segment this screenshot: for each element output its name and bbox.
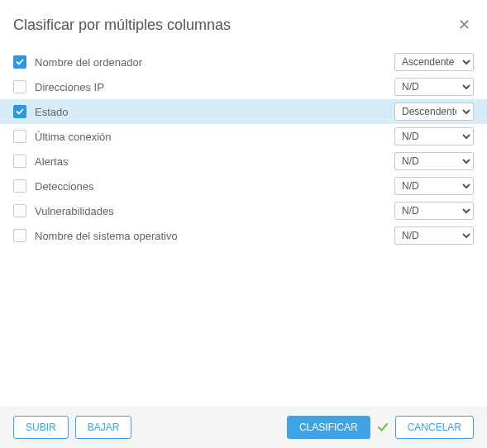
column-label: Nombre del sistema operativo [35,230,394,242]
column-checkbox[interactable] [13,55,26,69]
column-row[interactable]: VulnerabilidadesN/DAscendenteDescendente [0,198,487,223]
column-label: Última conexión [35,131,394,143]
sort-select[interactable]: N/DAscendenteDescendente [394,78,474,96]
checkmark-icon [377,422,389,433]
column-list: Nombre del ordenadorN/DAscendenteDescend… [0,46,487,251]
column-checkbox[interactable] [13,155,26,168]
dialog-footer: SUBIR BAJAR CLASIFICAR CANCELAR [0,407,487,448]
column-row[interactable]: Nombre del ordenadorN/DAscendenteDescend… [0,50,487,74]
column-label: Detecciones [35,180,394,193]
column-row[interactable]: Nombre del sistema operativoN/DAscendent… [0,223,487,248]
sort-select[interactable]: N/DAscendenteDescendente [394,202,474,220]
column-checkbox[interactable] [13,179,26,193]
dialog-title: Clasificar por múltiples columnas [13,17,231,34]
close-icon: ✕ [458,16,470,34]
column-label: Direcciones IP [35,81,394,93]
column-label: Alertas [35,155,394,168]
sort-select[interactable]: N/DAscendenteDescendente [394,53,474,71]
dialog-header: Clasificar por múltiples columnas ✕ [0,0,487,46]
close-button[interactable]: ✕ [454,15,474,35]
sort-select[interactable]: N/DAscendenteDescendente [394,127,474,145]
column-checkbox[interactable] [13,130,26,143]
move-up-button[interactable]: SUBIR [13,416,69,439]
column-row[interactable]: DeteccionesN/DAscendenteDescendente [0,174,487,198]
column-checkbox[interactable] [13,229,26,242]
sort-select[interactable]: N/DAscendenteDescendente [394,177,474,195]
column-row[interactable]: Última conexiónN/DAscendenteDescendente [0,124,487,149]
sort-select[interactable]: N/DAscendenteDescendente [394,102,474,121]
column-row[interactable]: EstadoN/DAscendenteDescendente [0,99,487,124]
column-label: Estado [35,106,394,118]
column-label: Vulnerabilidades [35,205,394,217]
cancel-button[interactable]: CANCELAR [395,416,474,439]
sort-select[interactable]: N/DAscendenteDescendente [394,152,474,170]
sort-select[interactable]: N/DAscendenteDescendente [394,226,474,245]
column-label: Nombre del ordenador [35,56,394,69]
column-row[interactable]: AlertasN/DAscendenteDescendente [0,149,487,174]
column-checkbox[interactable] [13,105,26,118]
classify-button[interactable]: CLASIFICAR [287,416,370,439]
column-checkbox[interactable] [13,80,26,93]
move-down-button[interactable]: BAJAR [75,416,132,439]
column-checkbox[interactable] [13,204,26,217]
column-row[interactable]: Direcciones IPN/DAscendenteDescendente [0,74,487,99]
